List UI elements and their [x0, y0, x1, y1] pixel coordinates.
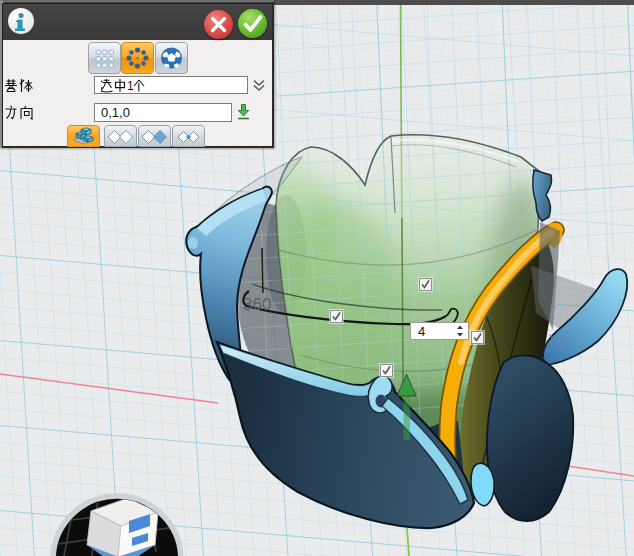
svg-text:1: 1 — [127, 79, 134, 93]
svg-text:360: 360 — [243, 295, 271, 314]
